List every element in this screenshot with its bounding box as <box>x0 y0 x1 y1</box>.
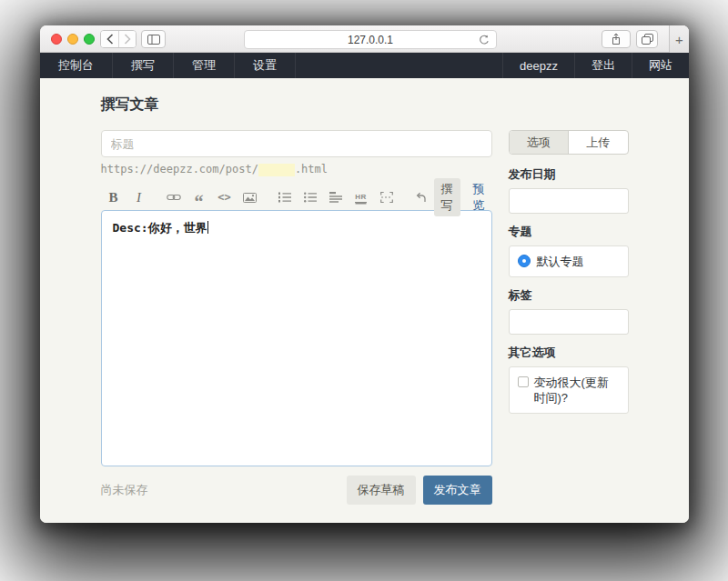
editor-text: Desc:你好，世界 <box>113 221 207 235</box>
sidebar-icon <box>147 35 160 45</box>
plus-icon: + <box>675 32 683 47</box>
browser-titlebar: 127.0.0.1 + <box>40 25 689 53</box>
nav-item-website[interactable]: 网站 <box>632 53 689 78</box>
text-cursor <box>207 221 208 234</box>
update-time-option-label: 变动很大(更新时间)? <box>534 375 620 406</box>
markdown-editor-textarea[interactable]: Desc:你好，世界 <box>101 210 492 466</box>
update-time-option[interactable]: 变动很大(更新时间)? <box>518 375 620 406</box>
tags-label: 标签 <box>509 287 629 304</box>
editor-footer: 尚未保存 保存草稿 发布文章 <box>101 476 492 505</box>
page-break-button[interactable] <box>380 188 393 206</box>
ordered-list-button[interactable] <box>278 188 291 206</box>
nav-item-logout[interactable]: 登出 <box>574 53 632 78</box>
page-break-icon <box>380 192 393 203</box>
screenshot-stage: 127.0.0.1 + 控制台 <box>0 0 728 581</box>
heading-icon <box>329 192 342 203</box>
sidebar-toggle-button[interactable] <box>141 30 166 48</box>
topic-box: 默认专题 <box>509 245 629 277</box>
forward-button[interactable] <box>118 31 136 47</box>
italic-button[interactable]: I <box>133 188 146 206</box>
page-content: 撰写文章 https://deepzz.com/post/.html B I <box>40 78 689 523</box>
editor-column: https://deepzz.com/post/.html B I “ <box>101 130 492 505</box>
chevron-right-icon <box>124 34 131 45</box>
horizontal-rule-button[interactable]: HR <box>355 188 368 206</box>
navbar-left-group: 控制台 撰写 管理 设置 <box>40 53 296 78</box>
chevron-left-icon <box>106 34 114 45</box>
new-tab-button[interactable]: + <box>669 25 689 53</box>
save-status-text: 尚未保存 <box>101 482 148 498</box>
editor-toolbar: B I “ <> <box>101 186 492 208</box>
link-icon <box>167 193 181 202</box>
image-icon <box>243 193 257 203</box>
radio-selected-icon[interactable] <box>518 255 531 267</box>
unordered-list-icon <box>304 192 317 203</box>
admin-navbar: 控制台 撰写 管理 设置 deepzz 登出 网站 <box>40 53 689 78</box>
sidebar-tabs: 选项 上传 <box>509 130 629 155</box>
undo-icon <box>415 192 427 203</box>
tab-write-mode[interactable]: 撰写 <box>434 178 460 216</box>
image-button[interactable] <box>244 188 257 206</box>
share-button[interactable] <box>602 30 631 48</box>
show-tabs-button[interactable] <box>636 30 658 48</box>
topic-option-label: 默认专题 <box>537 254 584 269</box>
publish-date-label: 发布日期 <box>509 166 629 183</box>
post-slug-highlight <box>258 164 295 176</box>
share-icon <box>611 33 622 45</box>
nav-item-dashboard[interactable]: 控制台 <box>40 53 113 78</box>
save-draft-button[interactable]: 保存草稿 <box>347 476 416 505</box>
navbar-right-group: deepzz 登出 网站 <box>502 53 689 78</box>
close-window-button[interactable] <box>51 34 62 45</box>
nav-item-username[interactable]: deepzz <box>502 53 574 78</box>
history-nav-group <box>100 30 136 48</box>
nav-item-manage[interactable]: 管理 <box>174 53 235 78</box>
nav-item-settings[interactable]: 设置 <box>235 53 296 78</box>
post-title-input[interactable] <box>101 130 492 157</box>
topic-option-default[interactable]: 默认专题 <box>518 254 620 269</box>
undo-button[interactable] <box>415 188 428 206</box>
post-url-preview: https://deepzz.com/post/.html <box>101 163 492 177</box>
nav-item-write[interactable]: 撰写 <box>113 53 174 78</box>
other-options-box: 变动很大(更新时间)? <box>509 366 629 414</box>
unordered-list-button[interactable] <box>304 188 317 206</box>
tab-upload[interactable]: 上传 <box>568 131 628 154</box>
tab-preview-mode[interactable]: 预览 <box>466 178 492 216</box>
topic-label: 专题 <box>509 224 629 240</box>
tab-options[interactable]: 选项 <box>510 131 569 154</box>
tags-input[interactable] <box>509 309 629 335</box>
zoom-window-button[interactable] <box>84 34 95 45</box>
tabs-overview-icon <box>642 34 653 45</box>
quote-button[interactable]: “ <box>193 188 206 206</box>
back-button[interactable] <box>101 31 118 47</box>
browser-window: 127.0.0.1 + 控制台 <box>40 25 689 523</box>
reload-icon[interactable] <box>478 34 490 46</box>
code-button[interactable]: <> <box>218 188 231 206</box>
address-bar[interactable]: 127.0.0.1 <box>244 30 497 49</box>
link-button[interactable] <box>167 188 180 206</box>
publish-button[interactable]: 发布文章 <box>423 476 492 505</box>
publish-date-input[interactable] <box>509 188 629 214</box>
minimize-window-button[interactable] <box>67 34 78 45</box>
options-sidebar: 选项 上传 发布日期 专题 默认专题 标签 <box>509 130 629 505</box>
bold-button[interactable]: B <box>107 188 120 206</box>
ordered-list-icon <box>278 192 291 203</box>
page-title: 撰写文章 <box>101 78 629 115</box>
horizontal-rule-icon: HR <box>355 193 367 203</box>
other-options-label: 其它选项 <box>509 345 629 361</box>
heading-button[interactable] <box>329 188 342 206</box>
address-bar-url: 127.0.0.1 <box>348 34 393 46</box>
checkbox-unchecked-icon[interactable] <box>518 376 529 387</box>
